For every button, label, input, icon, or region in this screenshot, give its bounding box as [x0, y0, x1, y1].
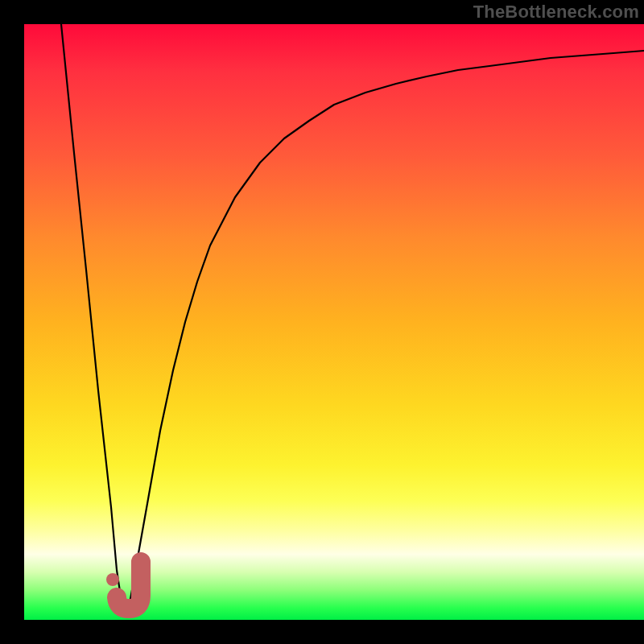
marker-j-icon [117, 562, 141, 609]
marker-dot [106, 573, 119, 586]
chart-frame: TheBottleneck.com [0, 0, 644, 644]
plot-area [24, 24, 644, 620]
bottleneck-curve [61, 24, 644, 608]
watermark-text: TheBottleneck.com [473, 2, 639, 23]
left-black-border [0, 0, 24, 644]
bottom-black-border [24, 620, 644, 644]
plot-svg [24, 24, 644, 620]
